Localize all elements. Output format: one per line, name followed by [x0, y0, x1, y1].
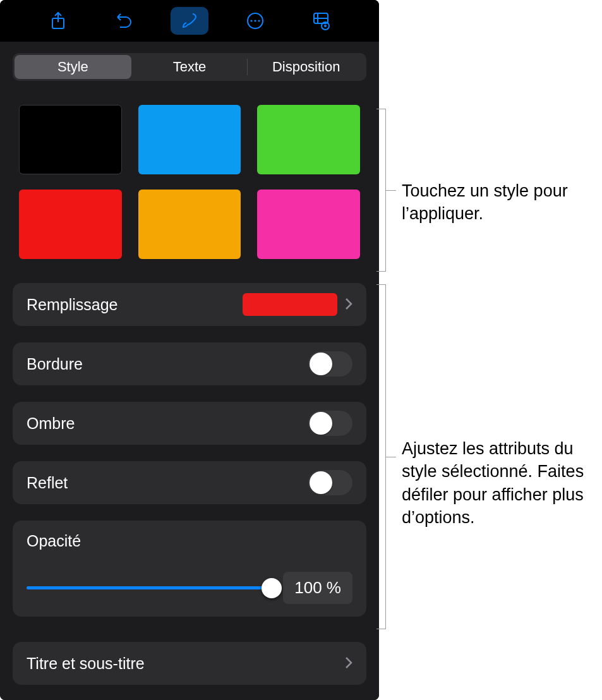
tab-style[interactable]: Style: [15, 55, 131, 79]
opacity-row: Opacité 100 %: [13, 521, 366, 617]
border-toggle[interactable]: [308, 351, 352, 377]
style-swatch[interactable]: [19, 105, 122, 174]
svg-point-7: [324, 25, 327, 27]
svg-point-2: [250, 20, 252, 21]
style-swatch[interactable]: [138, 105, 241, 174]
format-tabs: Style Texte Disposition: [13, 53, 366, 81]
style-swatch-grid: [19, 105, 360, 259]
chevron-right-icon: [345, 294, 352, 315]
title-subtitle-row[interactable]: Titre et sous-titre: [13, 642, 366, 685]
style-swatch[interactable]: [138, 190, 241, 259]
chevron-right-icon: [345, 653, 352, 673]
callout-swatches: Touchez un style pour l’appliquer.: [402, 179, 591, 226]
inspector-panel: Style Texte Disposition Remplissage: [0, 0, 379, 700]
top-toolbar: [0, 0, 379, 42]
callout-tick: [386, 190, 396, 191]
border-label: Bordure: [27, 355, 308, 373]
tab-label: Texte: [173, 59, 207, 75]
more-icon[interactable]: [236, 7, 274, 35]
opacity-slider[interactable]: [27, 577, 272, 599]
fill-row[interactable]: Remplissage: [13, 283, 366, 326]
tab-text[interactable]: Texte: [131, 55, 248, 79]
tab-label: Disposition: [272, 59, 340, 75]
reflection-row: Reflet: [13, 461, 366, 504]
callout-tick: [386, 457, 396, 457]
reflection-label: Reflet: [27, 474, 308, 492]
opacity-value[interactable]: 100 %: [283, 572, 352, 604]
share-icon[interactable]: [39, 7, 77, 35]
border-row: Bordure: [13, 342, 366, 385]
reflection-toggle[interactable]: [308, 470, 352, 495]
shadow-toggle[interactable]: [308, 411, 352, 436]
style-swatch[interactable]: [19, 190, 122, 259]
tab-layout[interactable]: Disposition: [248, 55, 364, 79]
fill-color-swatch: [243, 293, 337, 316]
fill-label: Remplissage: [27, 296, 243, 314]
opacity-label: Opacité: [27, 532, 352, 550]
title-subtitle-label: Titre et sous-titre: [27, 655, 337, 673]
tab-label: Style: [57, 59, 88, 75]
presenter-icon[interactable]: [302, 7, 340, 35]
format-brush-icon[interactable]: [171, 7, 208, 35]
shadow-label: Ombre: [27, 414, 308, 433]
style-swatch[interactable]: [257, 105, 360, 174]
style-swatch[interactable]: [257, 190, 360, 259]
callout-attributes: Ajustez les attributs du style sélection…: [402, 437, 598, 529]
undo-icon[interactable]: [105, 7, 143, 35]
svg-point-4: [258, 20, 260, 21]
svg-point-3: [254, 20, 256, 21]
shadow-row: Ombre: [13, 402, 366, 445]
